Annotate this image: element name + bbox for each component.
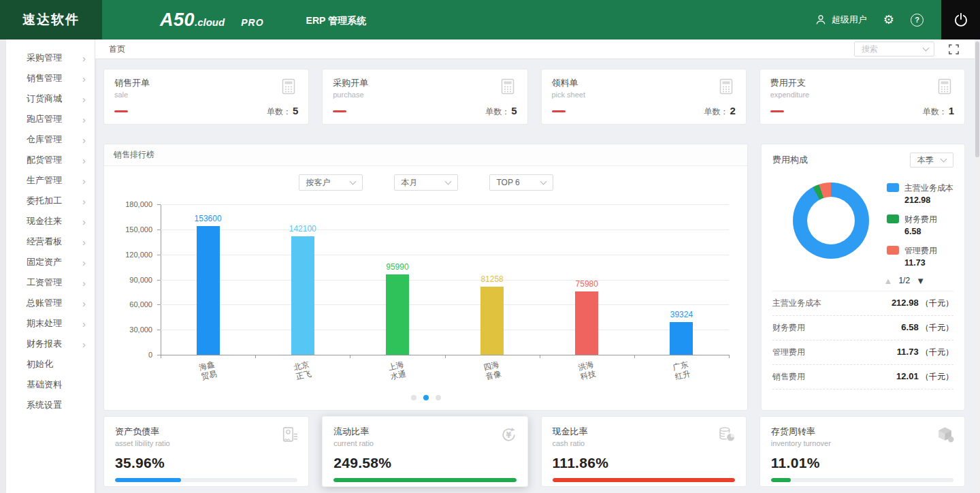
sidebar-scrollbar[interactable] [0,39,6,493]
stat-card[interactable]: 领料单pick sheet单数：2 [541,69,747,125]
search-select[interactable] [854,42,934,57]
fullscreen-button[interactable] [948,44,960,55]
sidebar-item[interactable]: 固定资产› [6,252,95,272]
x-axis-category-label: 上海水通 [349,351,446,391]
sidebar-item-label: 固定资产 [27,256,82,268]
stat-card[interactable]: 费用开支expenditure单数：1 [760,69,965,125]
donut-chart [793,182,869,259]
bar-slot: 142100北京正飞 [255,204,350,355]
sidebar-item[interactable]: 订货商城› [6,89,95,109]
bar[interactable] [575,291,598,355]
kpi-value: 35.96% [115,455,297,471]
chart-toolbar: 按客户本月TOP 6 [104,174,747,191]
chevron-down-icon [941,156,947,163]
sidebar-item[interactable]: 现金往来› [6,211,95,232]
bar[interactable] [670,322,693,355]
tab-home[interactable]: 首页 [109,44,125,55]
stat-card-title: 领料单 [552,77,586,89]
expense-row-label: 财务费用 [772,322,805,334]
chevron-right-icon: › [82,196,86,206]
kpi-value: 249.58% [333,455,516,471]
x-axis-tick [161,355,161,358]
donut-chart-wrap: 主营业务成本212.98财务费用6.58管理费用11.73 [772,182,953,268]
kpi-card: 流动比率current ratio¥249.58% [322,416,527,487]
sidebar-item[interactable]: 初始化 [6,354,95,375]
expense-row: 管理费用11.73 （千元） [772,340,953,365]
sidebar-item[interactable]: 系统设置 [6,395,95,415]
legend-item: 主营业务成本212.98 [887,182,952,205]
sidebar-item[interactable]: 总账管理› [6,293,95,313]
sidebar-item-label: 生产管理 [27,174,82,187]
carousel-dot[interactable] [423,395,429,400]
chevron-right-icon: › [82,319,86,329]
sidebar-item-label: 期末处理 [27,317,82,330]
carousel-dot[interactable] [436,395,441,400]
chevron-right-icon: › [82,278,86,288]
sidebar-item[interactable]: 配货管理› [6,150,95,170]
page-down-icon[interactable]: ▼ [916,276,925,285]
calculator-icon [935,77,954,96]
expense-composition-panel: 费用构成 本季 主营业务成本212.98财务费用6.58管理费用11.73 ▲ … [761,144,965,411]
logout-button[interactable] [941,0,980,39]
kpi-title: 存货周转率 [771,426,953,438]
stat-card[interactable]: 采购开单purchase单数：5 [322,69,527,125]
page-up-icon[interactable]: ▲ [884,276,893,285]
page-scrollbar[interactable] [975,39,980,493]
filter-select[interactable]: TOP 6 [489,174,553,191]
bar-value-label: 39324 [634,310,729,319]
filter-select-value: 本月 [402,177,418,189]
stat-card-title: 销售开单 [114,77,150,89]
sidebar-item[interactable]: 财务报表› [6,334,95,354]
carousel-dot[interactable] [411,395,416,400]
filter-select[interactable]: 本月 [394,174,458,191]
y-axis-tick-label: 150,000 [125,225,152,234]
sidebar-item[interactable]: 基础资料 [6,375,95,395]
x-axis-category-label: 四海音像 [444,351,540,391]
search-input[interactable] [860,44,921,54]
sidebar-item-label: 跑店管理 [27,113,82,125]
donut-legend: 主营业务成本212.98财务费用6.58管理费用11.73 [887,182,952,268]
bar[interactable] [386,274,409,355]
progress-bar [771,478,953,482]
sidebar-item[interactable]: 跑店管理› [6,109,95,129]
stat-card[interactable]: 销售开单sale单数：5 [103,69,309,125]
stat-card-subtitle: expenditure [770,91,810,99]
receipt-icon [280,426,299,444]
sidebar-item[interactable]: 生产管理› [6,170,95,191]
user-menu[interactable]: 超级用户 [815,14,867,26]
sidebar-item[interactable]: 期末处理› [6,313,95,334]
count-value: 1 [949,105,954,116]
period-select[interactable]: 本季 [910,153,953,168]
help-icon[interactable]: ? [911,14,924,27]
sidebar-menu: 采购管理›销售管理›订货商城›跑店管理›仓库管理›配货管理›生产管理›委托加工›… [6,39,95,493]
main-area: 首页 销售开单sale单数：5采购开单purchase单数：5领料单pick s… [95,39,980,493]
y-axis-tick-label: 120,000 [125,251,152,259]
refresh-yen-icon: ¥ [500,426,518,444]
sidebar-item[interactable]: 采购管理› [6,48,95,68]
sidebar-item[interactable]: 经营看板› [6,232,95,252]
count-label: 单数： [485,107,510,116]
count-value: 5 [511,105,517,116]
sidebar-item-label: 订货商城 [27,93,82,105]
scrollbar-thumb[interactable] [975,42,979,157]
chevron-right-icon: › [82,114,86,125]
bar[interactable] [291,236,314,355]
svg-text:¥: ¥ [506,430,511,440]
bar-chart-plot: 180,000150,000120,00090,00060,00030,0000… [161,204,729,355]
gear-icon[interactable]: ⚙ [883,14,894,26]
app-header: 速达软件 A50.cloud PRO ERP 管理系统 超级用户 ⚙ ? [0,0,980,39]
sidebar-item[interactable]: 工资管理› [6,272,95,293]
progress-fill [553,478,735,482]
bar-slot: 95990上海水通 [350,204,444,355]
sidebar-item[interactable]: 销售管理› [6,68,95,89]
count-label: 单数： [923,107,947,116]
legend-pager: ▲ 1/2 ▼ [772,276,925,285]
bar[interactable] [197,226,220,355]
sidebar-item[interactable]: 仓库管理› [6,129,95,150]
sidebar-item[interactable]: 委托加工› [6,191,95,211]
bar[interactable] [480,287,504,355]
expense-row-value: 212.98 （千元） [892,298,953,309]
progress-fill [115,478,181,482]
filter-select[interactable]: 按客户 [299,174,363,191]
charts-row: 销售排行榜 按客户本月TOP 6 180,000150,000120,00090… [103,144,965,411]
